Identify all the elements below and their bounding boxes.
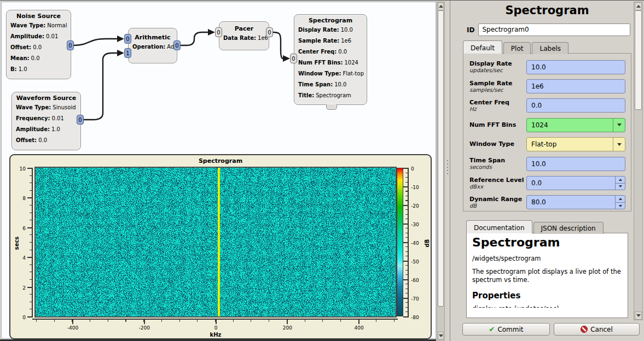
field-unit: samples/sec [469,87,526,93]
block-param: Wave Type:Sinusoid [12,102,80,113]
block-param: Time Span:10.0 [294,79,367,90]
panel-vertical-scrollbar[interactable] [634,2,643,320]
wire-waveform-to-arithmetic [84,53,117,120]
spectrogram-image[interactable] [34,167,397,318]
tab-json-description[interactable]: JSON description [533,222,604,234]
block-pacer[interactable]: Pacer Data Rate:1e6 [219,21,269,50]
scroll-down-button[interactable] [635,311,642,320]
block-spectrogram[interactable]: Spectrogram Display Rate:10.0 Sample Rat… [294,14,367,105]
tab-plot[interactable]: Plot [503,42,531,54]
field-row: Reference LeveldBxx 0.0 [469,173,625,192]
colorbar-tick-label: -50 [411,259,419,264]
spin-down-button[interactable] [616,183,625,190]
y-tick-label: 0 [13,315,26,320]
port-arithmetic-out-0[interactable]: 0 [173,40,181,50]
port-arithmetic-in-1[interactable]: 1 [124,48,131,58]
field-row: Num FFT Bins 1024 [469,115,625,134]
port-spectrogram-in-0[interactable]: 0 [290,54,297,63]
block-arithmetic[interactable]: Arithmetic Operation:Add [128,28,177,63]
block-waveform-source[interactable]: Waveform Source Wave Type:Sinusoid Frequ… [11,92,81,150]
y-tick-label: 2 [13,285,26,291]
y-axis-minor-ticks [30,168,32,318]
field-label: Time Span [469,157,526,164]
property-form: Display Rateupdates/sec 10.0 Sample Rate… [463,53,631,211]
spin-down-icon [619,185,622,189]
port-arithmetic-in-0[interactable]: 0 [124,34,131,44]
x-axis-major-tick [216,320,217,324]
port-waveform-source-out-0[interactable]: 0 [77,115,84,125]
sample-rate-input[interactable]: 1e6 [526,79,625,93]
dropdown-button[interactable] [613,138,625,151]
wire-pacer-to-spectrogram [273,32,283,58]
doc-heading: Spectrogram [472,236,622,249]
canvas-vertical-scrollbar[interactable] [437,2,445,340]
colorbar-tick-label: 0 [411,166,414,172]
check-icon: ✔ [489,325,495,333]
block-param: Sample Rate:1e6 [294,36,367,46]
y-tick-label: 4 [13,255,26,261]
cancel-icon [581,326,588,333]
pane-splitter[interactable] [445,1,450,341]
doc-description: The spectrogram plot displays a live plo… [472,268,622,284]
field-unit: seconds [469,164,526,170]
port-pacer-in-0[interactable]: 0 [215,27,222,37]
scroll-up-button[interactable] [438,2,444,10]
field-row: Dynamic RangedB 80.0 [469,193,625,212]
flowgraph-canvas[interactable]: Noise Source Wave Type:Normal Amplitude:… [1,2,436,339]
block-param: Window Type:Flat-top [294,68,367,79]
commit-button[interactable]: ✔ Commit [462,323,550,336]
id-input[interactable]: Spectrogram0 [478,23,630,36]
display-rate-input[interactable]: 10.0 [526,60,625,74]
block-resize-handle[interactable] [326,104,337,110]
property-tabbar: Default Plot Labels [463,40,570,54]
window-type-dropdown[interactable]: Flat-top [526,137,625,151]
canvas-scrollbar-thumb[interactable] [438,10,444,307]
scroll-up-button[interactable] [635,2,642,10]
doc-tabbar: Documentation JSON description [466,220,605,233]
tab-documentation[interactable]: Documentation [466,220,532,233]
field-label: Reference Level [469,177,526,184]
dropdown-button[interactable] [613,119,625,132]
dynamic-range-spinbox[interactable]: 80.0 [526,195,625,209]
chevron-down-icon [617,124,622,128]
spectrogram-plot-widget: Spectrogram [9,154,432,339]
tab-default[interactable]: Default [463,40,502,54]
cancel-button[interactable]: Cancel [554,323,640,336]
block-param: Amplitude:0.01 [7,31,71,42]
wire-arithmetic-to-pacer [181,32,207,45]
block-title: Pacer [219,23,269,33]
port-noise-source-out-0[interactable]: 0 [67,40,74,50]
time-span-input[interactable]: 10.0 [526,157,625,171]
spin-up-button[interactable] [616,196,625,202]
spin-down-button[interactable] [616,202,625,209]
port-pacer-out-0[interactable]: 0 [266,27,273,37]
colorbar-tick-label: -80 [411,315,419,320]
y-axis-line [32,168,33,318]
field-label: Center Freq [469,99,526,106]
scroll-down-button[interactable] [438,332,444,340]
center-freq-input[interactable]: 0.0 [526,98,625,113]
field-label: Sample Rate [469,80,526,87]
x-axis-major-tick [358,320,359,324]
block-param: Wave Type:Normal [7,20,71,31]
block-param: Display Rate:10.0 [294,25,367,36]
block-noise-source[interactable]: Noise Source Wave Type:Normal Amplitude:… [6,10,71,79]
spin-up-button[interactable] [616,177,625,183]
colorbar-tick-label: -40 [411,240,419,246]
field-row: Center FreqHz 0.0 [469,96,625,115]
tab-labels[interactable]: Labels [532,42,568,54]
reference-level-spinbox[interactable]: 0.0 [526,176,625,190]
action-buttons: ✔ Commit Cancel [462,323,640,336]
colorbar-axis-line [408,168,409,318]
panel-scrollbar-thumb[interactable] [635,10,642,110]
num-fft-bins-dropdown[interactable]: 1024 [526,118,625,132]
block-param: Operation:Add [129,42,177,52]
id-row: ID Spectrogram0 [467,23,630,36]
application-window: Noise Source Wave Type:Normal Amplitude:… [0,0,644,341]
y-tick-label: 8 [13,196,26,201]
splitter-handle [447,160,448,174]
colorbar [397,168,403,316]
doc-widget-path: /widgets/spectrogram [472,255,622,262]
x-tick-label: 0 [214,325,218,331]
documentation-pane[interactable]: Spectrogram /widgets/spectrogram The spe… [466,233,628,318]
